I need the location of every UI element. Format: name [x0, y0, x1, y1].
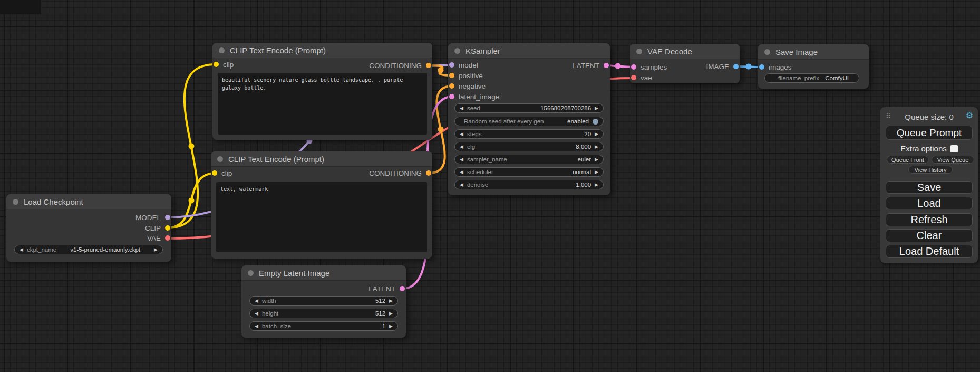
decrement-arrow-icon[interactable]: ◀: [460, 157, 463, 162]
node-clip-text-encode-negative[interactable]: CLIP Text Encode (Prompt) clip CONDITION…: [211, 151, 432, 259]
widget-value[interactable]: 512: [375, 298, 385, 304]
latent-slot-icon[interactable]: [400, 286, 405, 291]
clip-slot-icon[interactable]: [212, 170, 217, 176]
collapse-dot-icon[interactable]: [219, 47, 225, 53]
latent-slot-icon[interactable]: [449, 94, 454, 99]
increment-arrow-icon[interactable]: ▶: [154, 247, 158, 252]
cfg-widget[interactable]: ◀ cfg 8.000 ▶: [454, 142, 604, 151]
view-queue-button[interactable]: View Queue: [932, 156, 974, 164]
seed-widget[interactable]: ◀ seed 156680208700286 ▶: [454, 103, 604, 113]
collapse-dot-icon[interactable]: [217, 156, 223, 162]
increment-arrow-icon[interactable]: ▶: [595, 170, 598, 175]
increment-arrow-icon[interactable]: ▶: [595, 132, 598, 137]
increment-arrow-icon[interactable]: ▶: [595, 106, 598, 111]
conditioning-slot-icon[interactable]: [449, 73, 454, 78]
output-slot-conditioning[interactable]: CONDITIONING: [369, 168, 431, 178]
extra-options-checkbox[interactable]: [950, 145, 958, 152]
decrement-arrow-icon[interactable]: ◀: [460, 183, 463, 187]
node-load-checkpoint[interactable]: Load Checkpoint MODEL CLIP VAE ◀ ckpt_na…: [6, 194, 171, 262]
node-title-bar[interactable]: Empty Latent Image: [241, 265, 406, 281]
model-slot-icon[interactable]: [165, 215, 170, 220]
input-slot-samples[interactable]: samples: [631, 62, 667, 72]
increment-arrow-icon[interactable]: ▶: [389, 299, 393, 303]
decrement-arrow-icon[interactable]: ◀: [460, 132, 463, 137]
sampler-name-widget[interactable]: ◀ sampler_name euler ▶: [454, 155, 604, 164]
vae-slot-icon[interactable]: [165, 235, 170, 241]
negative-prompt-textarea[interactable]: text, watermark: [216, 182, 427, 252]
decrement-arrow-icon[interactable]: ◀: [20, 247, 23, 252]
node-title-bar[interactable]: Load Checkpoint: [6, 194, 171, 209]
image-slot-icon[interactable]: [733, 64, 739, 69]
collapse-dot-icon[interactable]: [248, 270, 254, 276]
input-slot-model[interactable]: model: [449, 60, 478, 70]
image-slot-icon[interactable]: [759, 64, 764, 70]
view-history-button[interactable]: View History: [908, 166, 953, 174]
widget-value[interactable]: 20: [584, 131, 591, 137]
input-slot-clip[interactable]: clip: [214, 60, 234, 69]
output-slot-latent[interactable]: LATENT: [368, 284, 405, 293]
toggle-icon[interactable]: [593, 119, 598, 125]
positive-prompt-textarea[interactable]: beautiful scenery nature glass bottle la…: [218, 73, 427, 135]
node-title-bar[interactable]: CLIP Text Encode (Prompt): [212, 43, 432, 58]
increment-arrow-icon[interactable]: ▶: [389, 324, 393, 329]
steps-widget[interactable]: ◀ steps 20 ▶: [454, 129, 604, 139]
latent-slot-icon[interactable]: [604, 63, 609, 68]
output-slot-vae[interactable]: VAE: [147, 233, 170, 243]
save-button[interactable]: Save: [886, 181, 973, 194]
widget-value[interactable]: normal: [573, 169, 591, 175]
conditioning-slot-icon[interactable]: [426, 63, 431, 68]
collapse-dot-icon[interactable]: [764, 49, 770, 55]
input-slot-images[interactable]: images: [759, 62, 792, 72]
decrement-arrow-icon[interactable]: ◀: [255, 299, 258, 303]
decrement-arrow-icon[interactable]: ◀: [460, 170, 463, 175]
filename-prefix-widget[interactable]: filename_prefix ComfyUI: [764, 73, 859, 83]
input-slot-positive[interactable]: positive: [449, 71, 483, 80]
increment-arrow-icon[interactable]: ▶: [389, 311, 393, 316]
widget-value[interactable]: 156680208700286: [540, 105, 591, 111]
load-button[interactable]: Load: [886, 197, 973, 209]
model-slot-icon[interactable]: [449, 62, 454, 68]
widget-value[interactable]: 512: [375, 310, 385, 317]
widget-value[interactable]: 8.000: [576, 144, 591, 150]
output-slot-model[interactable]: MODEL: [135, 213, 170, 222]
node-ksampler[interactable]: KSampler model positive negative latent_…: [448, 43, 610, 195]
collapse-dot-icon[interactable]: [13, 199, 18, 205]
increment-arrow-icon[interactable]: ▶: [595, 183, 598, 187]
node-title-bar[interactable]: Save Image: [758, 44, 869, 60]
widget-value[interactable]: ComfyUI: [825, 75, 849, 81]
increment-arrow-icon[interactable]: ▶: [595, 157, 598, 162]
node-save-image[interactable]: Save Image images filename_prefix ComfyU…: [758, 44, 869, 89]
height-widget[interactable]: ◀ height 512 ▶: [249, 309, 398, 318]
increment-arrow-icon[interactable]: ▶: [595, 145, 598, 149]
width-widget[interactable]: ◀ width 512 ▶: [249, 296, 398, 306]
conditioning-slot-icon[interactable]: [449, 83, 454, 89]
node-empty-latent-image[interactable]: Empty Latent Image LATENT ◀ width 512 ▶ …: [241, 265, 406, 338]
input-slot-negative[interactable]: negative: [449, 81, 486, 91]
vae-slot-icon[interactable]: [631, 75, 636, 80]
output-slot-latent[interactable]: LATENT: [573, 61, 609, 70]
decrement-arrow-icon[interactable]: ◀: [460, 106, 463, 111]
input-slot-clip[interactable]: clip: [212, 168, 232, 178]
input-slot-vae[interactable]: vae: [631, 73, 652, 82]
widget-value[interactable]: v1-5-pruned-emaonly.ckpt: [70, 246, 140, 253]
queue-front-button[interactable]: Queue Front: [887, 156, 929, 164]
output-slot-conditioning[interactable]: CONDITIONING: [369, 61, 431, 70]
collapse-dot-icon[interactable]: [454, 48, 460, 54]
widget-value[interactable]: euler: [578, 156, 591, 163]
decrement-arrow-icon[interactable]: ◀: [255, 311, 258, 316]
denoise-widget[interactable]: ◀ denoise 1.000 ▶: [454, 180, 604, 189]
clip-slot-icon[interactable]: [214, 62, 219, 67]
output-slot-clip[interactable]: CLIP: [145, 223, 170, 233]
decrement-arrow-icon[interactable]: ◀: [460, 145, 463, 149]
queue-prompt-button[interactable]: Queue Prompt: [886, 126, 973, 140]
load-default-button[interactable]: Load Default: [886, 245, 973, 258]
node-title-bar[interactable]: VAE Decode: [630, 44, 740, 59]
scheduler-widget[interactable]: ◀ scheduler normal ▶: [454, 167, 604, 177]
refresh-button[interactable]: Refresh: [886, 213, 973, 226]
widget-value[interactable]: 1: [382, 323, 385, 329]
node-clip-text-encode-positive[interactable]: CLIP Text Encode (Prompt) clip CONDITION…: [212, 43, 432, 140]
collapse-dot-icon[interactable]: [636, 49, 642, 54]
node-vae-decode[interactable]: VAE Decode samples vae IMAGE: [630, 44, 740, 83]
output-slot-image[interactable]: IMAGE: [706, 62, 739, 71]
node-graph-canvas[interactable]: Load Checkpoint MODEL CLIP VAE ◀ ckpt_na…: [0, 0, 980, 372]
